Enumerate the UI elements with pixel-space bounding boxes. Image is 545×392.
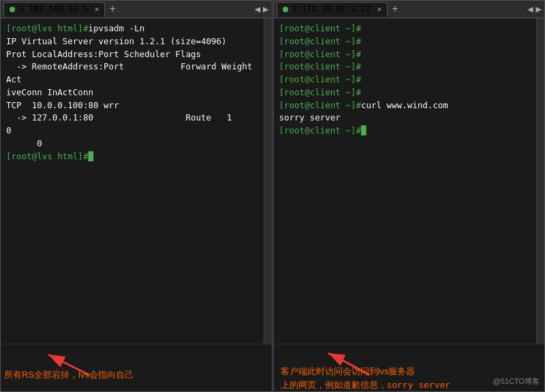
tab-right[interactable]: 1 172.20.61.2:22 ✕ (277, 2, 388, 17)
nav-next-right[interactable]: ▶ (536, 3, 542, 15)
annotation-line2: 上的网页，例如道歉信息，sorry server (281, 380, 451, 390)
arrow-container-left: 所有RS全部宕掉，lvs会指向自己 (1, 348, 272, 392)
tab-nav-right: ◀ ▶ (527, 3, 542, 15)
terminal-scroll-wrapper-left: [root@lvs html]#ipvsadm -Ln IP Virtual S… (1, 18, 272, 344)
scrollbar-left[interactable] (264, 18, 272, 344)
tab-add-left[interactable]: + (106, 2, 119, 17)
cursor-left: █ (88, 151, 93, 161)
cmd-right: curl www.wind.com (361, 100, 448, 110)
output-3: -> RemoteAddress:Port Forward Weight Act (6, 61, 258, 84)
terminal-panel-left: 1 192.168.30.5 ✕ + ◀ ▶ [root@lvs html]#i… (0, 0, 272, 392)
output-2: Prot LocalAddress:Port Scheduler Flags (6, 49, 201, 59)
prompt-1: [root@lvs html]# (6, 23, 88, 33)
tab-label-left: 1 192.168.30.5 (19, 5, 88, 14)
output-5: TCP 10.0.0.100:80 wrr (6, 100, 119, 110)
terminal-content-right[interactable]: [root@client ~]# [root@client ~]# [root@… (274, 18, 537, 344)
output-1: IP Virtual Server version 1.2.1 (size=40… (6, 36, 227, 46)
annotation-line1: 客户端此时访问会访问到lvs服务器 (281, 366, 416, 376)
main-container: 1 192.168.30.5 ✕ + ◀ ▶ [root@lvs html]#i… (0, 0, 545, 392)
prompt-r8: [root@client ~]# (279, 125, 361, 135)
nav-next-left[interactable]: ▶ (263, 3, 268, 15)
nav-prev-right[interactable]: ◀ (527, 3, 533, 15)
annotation-panel-left: 所有RS全部宕掉，lvs会指向自己 (1, 344, 272, 391)
tab-label-right: 1 172.20.61.2:22 (292, 5, 371, 14)
terminal-content-left[interactable]: [root@lvs html]#ipvsadm -Ln IP Virtual S… (1, 18, 264, 344)
tab-close-left[interactable]: ✕ (95, 5, 99, 14)
tab-bar-right: 1 172.20.61.2:22 ✕ + ◀ ▶ (274, 1, 545, 18)
annotation-text-left: 所有RS全部宕掉，lvs会指向自己 (4, 368, 134, 382)
cmd-1: ipvsadm -Ln (88, 23, 144, 33)
tab-dot-left (10, 7, 15, 12)
terminal-scroll-wrapper-right: [root@client ~]# [root@client ~]# [root@… (274, 18, 545, 344)
output-right-1: sorry server (279, 112, 341, 122)
tab-dot-right (283, 7, 288, 12)
prompt-final-left: [root@lvs html]# (6, 151, 88, 161)
cursor-right: █ (361, 125, 367, 135)
prompt-r7: [root@client ~]# (279, 100, 361, 110)
prompt-r5: [root@client ~]# (279, 74, 361, 84)
tab-bar-left: 1 192.168.30.5 ✕ + ◀ ▶ (1, 1, 272, 18)
output-7: 0 (6, 138, 42, 148)
route-text: Route (185, 112, 211, 122)
watermark: @51CTO博客 (493, 376, 540, 387)
tab-nav-left: ◀ ▶ (255, 3, 269, 15)
prompt-r2: [root@client ~]# (279, 36, 361, 46)
prompt-r6: [root@client ~]# (279, 87, 361, 97)
output-6: -> 127.0.0.1:80 Route 1 0 (6, 112, 262, 135)
prompt-r3: [root@client ~]# (279, 49, 361, 59)
tab-close-right[interactable]: ✕ (377, 5, 382, 14)
annotation-text-right: 客户端此时访问会访问到lvs服务器 上的网页，例如道歉信息，sorry serv… (281, 365, 451, 392)
tab-add-right[interactable]: + (389, 2, 401, 17)
output-4: iveConn InActConn (6, 87, 93, 97)
prompt-r1: [root@client ~]# (279, 23, 361, 33)
terminal-panel-right: 1 172.20.61.2:22 ✕ + ◀ ▶ [root@client ~]… (273, 0, 546, 392)
tab-left[interactable]: 1 192.168.30.5 ✕ (3, 2, 105, 17)
prompt-r4: [root@client ~]# (279, 61, 361, 71)
nav-prev-left[interactable]: ◀ (255, 3, 260, 15)
scrollbar-right[interactable] (536, 18, 544, 344)
